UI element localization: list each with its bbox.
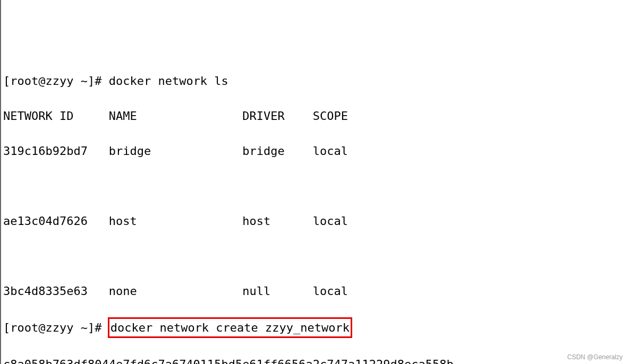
- command-text: docker network ls: [109, 74, 228, 88]
- network-row-bridge-1: 319c16b92bd7 bridge bridge local: [3, 142, 627, 160]
- command-line-2: [root@zzyy ~]# docker network create zzy…: [3, 317, 627, 338]
- create-output-hash: c8a058b763df8044e7fd6c7a6740115bd5e61ff6…: [3, 356, 627, 364]
- blank-line: [3, 247, 627, 265]
- command-line-1: [root@zzyy ~]# docker network ls: [3, 72, 627, 90]
- ls-header-1: NETWORK ID NAME DRIVER SCOPE: [3, 107, 627, 125]
- highlighted-command: docker network create zzyy_network: [108, 317, 352, 338]
- watermark-text: CSDN @Generalzy: [567, 352, 623, 362]
- prompt: [root@zzyy ~]#: [3, 74, 109, 88]
- prompt: [root@zzyy ~]#: [3, 321, 109, 334]
- network-row-host-1: ae13c04d7626 host host local: [3, 212, 627, 230]
- blank-line: [3, 177, 627, 195]
- command-text: docker network create zzyy_network: [110, 321, 350, 334]
- network-row-none-1: 3bc4d8335e63 none null local: [3, 282, 627, 300]
